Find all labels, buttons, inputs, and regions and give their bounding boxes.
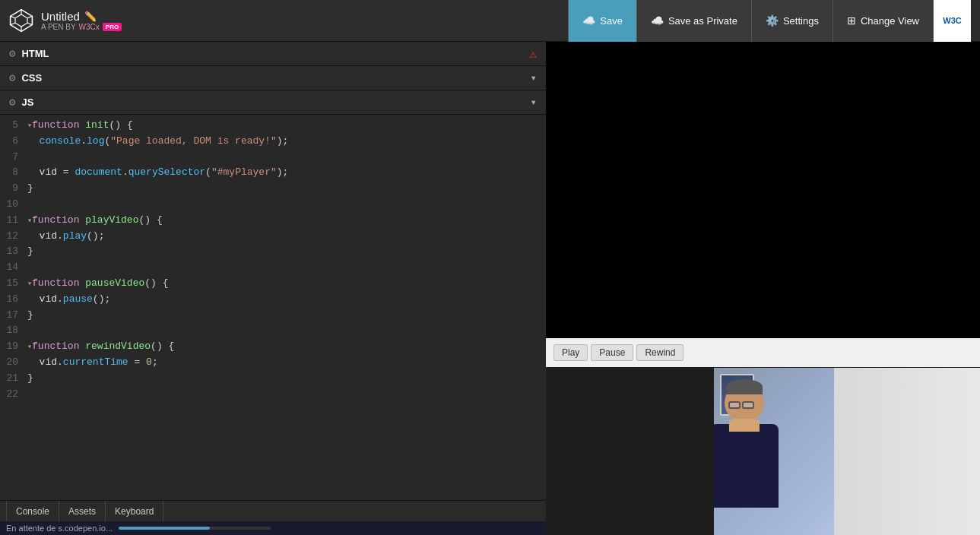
js-gear-icon[interactable]: ⚙ [9,96,15,109]
pro-badge: PRO [103,23,122,31]
js-collapse-icon[interactable]: ▾ [531,96,537,109]
save-private-label: Save as Private [668,15,737,27]
main-content: ⚙ HTML ⚠ ⚙ CSS ▾ ⚙ JS ▾ [0,42,980,535]
css-section-header: ⚙ CSS ▾ [0,66,546,90]
code-line: 8 vid = document.querySelector("#myPlaye… [0,165,546,181]
code-line: 16 vid.pause(); [0,292,546,308]
header-buttons: ☁️ Save ☁️ Save as Private ⚙️ Settings ⊞… [568,0,971,42]
rewind-button[interactable]: Rewind [636,344,683,361]
css-label: CSS [21,72,42,84]
w3c-logo: W3C [933,0,971,42]
title-text: Untitled [41,10,80,23]
settings-button[interactable]: ⚙️ Settings [751,0,833,42]
person-glasses [728,401,757,410]
code-line: 18 [0,323,546,339]
html-gear-icon[interactable]: ⚙ [9,47,15,60]
save-button[interactable]: ☁️ Save [568,0,636,42]
pen-title: Untitled ✏️ [41,10,122,23]
code-line: 21 } [0,371,546,387]
code-line: 14 [0,260,546,276]
settings-label: Settings [783,15,819,27]
svg-line-4 [27,23,32,24]
status-bar: En attente de s.codepen.io... [0,521,546,535]
pen-by-text: A PEN BY [41,23,76,31]
code-line: 10 [0,197,546,213]
view-icon: ⊞ [847,14,856,27]
status-text: En attente de s.codepen.io... [6,524,113,533]
gear-icon: ⚙️ [766,14,779,27]
code-line: 5 ▾function init() { [0,118,546,134]
code-lines: 5 ▾function init() { 6 console.log("Page… [0,115,546,405]
save-private-button[interactable]: ☁️ Save as Private [636,0,751,42]
css-collapse-icon[interactable]: ▾ [531,71,537,84]
bottom-bar: Console Assets Keyboard [0,500,546,521]
svg-line-3 [27,16,32,17]
person-head [725,383,764,423]
css-gear-icon[interactable]: ⚙ [9,71,15,84]
video-preview [546,42,980,338]
webcam-wall [834,368,981,535]
save-label: Save [600,15,623,27]
play-button[interactable]: Play [553,344,588,361]
js-label: JS [21,97,33,108]
pause-button[interactable]: Pause [591,344,633,361]
preview-panel: Play Pause Rewind [546,42,980,535]
codepen-logo [9,8,33,33]
header: Untitled ✏️ A PEN BY W3Cx PRO ☁️ Save ☁️… [0,0,980,42]
code-line: 17 } [0,308,546,324]
logo-area: Untitled ✏️ A PEN BY W3Cx PRO [9,8,568,33]
code-line: 19 ▾function rewindVideo() { [0,339,546,355]
code-line: 6 console.log("Page loaded, DOM is ready… [0,134,546,150]
edit-title-icon[interactable]: ✏️ [84,11,97,22]
code-line: 15 ▾function pauseVideo() { [0,276,546,292]
webcam-person [714,368,980,535]
title-area: Untitled ✏️ A PEN BY W3Cx PRO [41,10,122,31]
code-line: 20 vid.currentTime = 0; [0,355,546,371]
svg-marker-1 [15,14,27,27]
cloud-icon: ☁️ [582,14,595,27]
editor-panel: ⚙ HTML ⚠ ⚙ CSS ▾ ⚙ JS ▾ [0,42,546,535]
assets-tab[interactable]: Assets [59,501,106,522]
keyboard-tab[interactable]: Keyboard [106,501,163,522]
pen-subtitle: A PEN BY W3Cx PRO [41,23,122,31]
webcam-overlay [714,368,980,535]
code-line: 12 vid.play(); [0,229,546,245]
js-title-area: ⚙ JS [9,96,33,109]
html-label: HTML [21,48,49,59]
html-error-icon: ⚠ [529,46,537,62]
change-view-label: Change View [861,15,919,27]
svg-line-6 [11,23,15,24]
code-line: 11 ▾function playVideo() { [0,213,546,229]
html-section-header: ⚙ HTML ⚠ [0,42,546,66]
svg-line-7 [11,16,15,17]
js-section-header: ⚙ JS ▾ [0,90,546,115]
console-tab[interactable]: Console [6,501,59,522]
code-editor[interactable]: 5 ▾function init() { 6 console.log("Page… [0,115,546,500]
author-text: W3Cx [79,23,100,31]
code-line: 9 } [0,181,546,197]
change-view-button[interactable]: ⊞ Change View [833,0,933,42]
code-line: 22 [0,387,546,403]
video-controls: Play Pause Rewind [546,338,980,367]
cloud-lock-icon: ☁️ [651,14,664,27]
code-line: 7 [0,150,546,166]
css-title-area: ⚙ CSS [9,71,42,84]
code-line: 13 } [0,244,546,260]
person-body [714,424,779,508]
html-title-area: ⚙ HTML [9,47,49,60]
webcam-figure [714,383,805,535]
